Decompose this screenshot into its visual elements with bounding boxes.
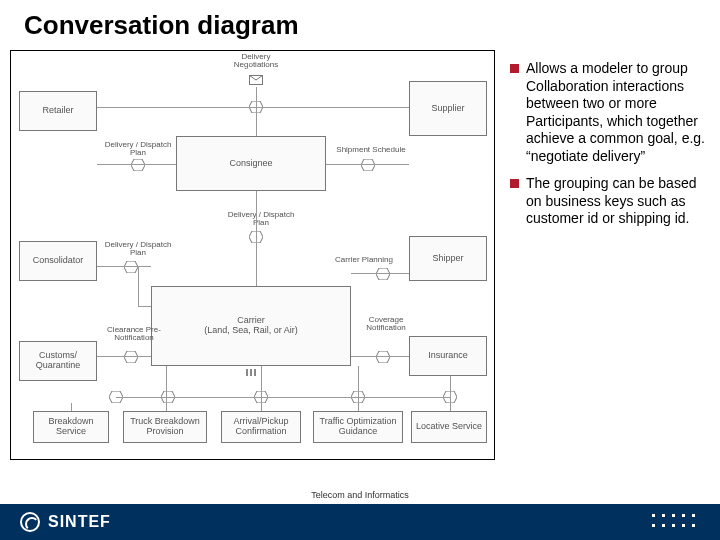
node-consignee: Consignee [176, 136, 326, 191]
node-carrier: Carrier (Land, Sea, Rail, or Air) [151, 286, 351, 366]
connector [358, 366, 359, 411]
conversation-hex [376, 351, 390, 363]
connector [261, 366, 262, 411]
connector [450, 376, 451, 411]
node-locative: Locative Service [411, 411, 487, 443]
node-retailer: Retailer [19, 91, 97, 131]
node-insurance: Insurance [409, 336, 487, 376]
svg-marker-7 [124, 351, 138, 363]
footer-center-text: Telecom and Informatics [311, 490, 409, 500]
envelope-icon [249, 75, 263, 85]
connector [97, 107, 409, 108]
connector [256, 191, 257, 286]
msg-carrier-planning: Carrier Planning [329, 256, 399, 264]
conversation-hex [131, 159, 145, 171]
connector [256, 87, 257, 136]
msg-deliv-dispatch-1: Delivery / Dispatch Plan [103, 141, 173, 158]
node-customs: Customs/ Quarantine [19, 341, 97, 381]
node-consolidator: Consolidator [19, 241, 97, 281]
decorative-dots [652, 514, 698, 530]
connector [351, 356, 409, 357]
brand-logo: SINTEF [20, 512, 111, 532]
svg-marker-8 [376, 351, 390, 363]
brand-name: SINTEF [48, 513, 111, 531]
bullet-list: Allows a modeler to group Collaboration … [510, 60, 710, 238]
connector [138, 306, 151, 307]
msg-shipment-schedule: Shipment Schedule [331, 146, 411, 154]
page-title: Conversation diagram [24, 10, 299, 41]
connector [71, 403, 72, 411]
node-breakdown: Breakdown Service [33, 411, 109, 443]
node-traffic: Traffic Optimization Guidance [313, 411, 403, 443]
node-shipper: Shipper [409, 236, 487, 281]
connector [166, 366, 167, 411]
connector [116, 397, 451, 398]
connector [138, 266, 139, 306]
node-supplier: Supplier [409, 81, 487, 136]
conversation-hex [376, 268, 390, 280]
connector [351, 273, 409, 274]
bullet-2-text: The grouping can be based on business ke… [526, 175, 696, 226]
connector [97, 266, 151, 267]
svg-marker-3 [361, 159, 375, 171]
bullet-2: The grouping can be based on business ke… [510, 175, 710, 228]
conversation-hex [124, 351, 138, 363]
bullet-1: Allows a modeler to group Collaboration … [510, 60, 710, 165]
connector [97, 164, 176, 165]
msg-coverage: Coverage Notification [356, 316, 416, 333]
msg-delivery-negotiations: Delivery Negotiations [226, 53, 286, 70]
svg-marker-6 [376, 268, 390, 280]
connector [97, 356, 151, 357]
msg-clearance: Clearance Pre- Notification [99, 326, 169, 343]
svg-marker-2 [131, 159, 145, 171]
footer-bar: SINTEF [0, 504, 720, 540]
msg-deliv-plan: Delivery / Dispatch Plan [221, 211, 301, 228]
msg-deliv-dispatch-2: Delivery / Dispatch Plan [103, 241, 173, 258]
svg-marker-5 [124, 261, 138, 273]
node-arrival: Arrival/Pickup Confirmation [221, 411, 301, 443]
connector [326, 164, 409, 165]
logo-icon [20, 512, 40, 532]
conversation-diagram: Retailer Supplier Consignee Consolidator… [10, 50, 495, 460]
multi-instance-marker [246, 369, 256, 376]
node-truckbreak: Truck Breakdown Provision [123, 411, 207, 443]
conversation-hex [124, 261, 138, 273]
conversation-hex [361, 159, 375, 171]
bullet-1-text: Allows a modeler to group Collaboration … [526, 60, 705, 164]
